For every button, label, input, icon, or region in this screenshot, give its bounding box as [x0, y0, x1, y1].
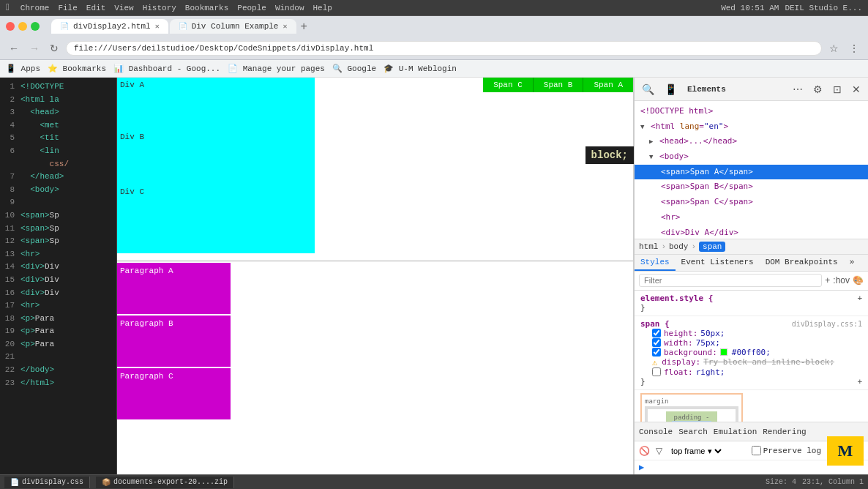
chrome-titlebar: 📄 divDisplay2.html ✕ 📄 Div Column Exampl… [0, 16, 868, 37]
styles-panel: element.style { + } span { divDisplay.cs… [635, 291, 868, 422]
google-bookmark[interactable]: 🔍 Google [332, 64, 376, 73]
menu-edit[interactable]: Edit [86, 4, 105, 12]
preserve-log-checkbox[interactable] [752, 446, 761, 455]
styles-subtab[interactable]: Styles [635, 255, 676, 271]
background-value[interactable]: #00ff00; [732, 348, 771, 357]
hr-line-1[interactable]: <hr> [635, 210, 868, 225]
span-b-line[interactable]: <span>Span B</span> [635, 179, 868, 195]
file-tab-zip[interactable]: 📦 documents-export-20....zip [96, 477, 234, 488]
code-line-14: 14 <div>Div [0, 261, 116, 274]
filter-console-button[interactable]: ▽ [656, 446, 662, 456]
close-devtools-button[interactable]: ✕ [849, 82, 864, 97]
settings-button[interactable]: ⚙ [810, 82, 826, 97]
more-tools-button[interactable]: ⋯ [790, 82, 806, 97]
maximize-button[interactable] [31, 22, 40, 31]
color-swatch[interactable] [720, 348, 727, 356]
html-tag: <html lang="en"> [651, 122, 728, 131]
dom-breakpoints-subtab[interactable]: DOM Breakpoints [760, 255, 844, 271]
add-prop-button[interactable]: + [857, 294, 862, 303]
emulation-bottom-tab[interactable]: Emulation [714, 428, 757, 436]
minimize-button[interactable] [18, 22, 27, 31]
new-tab-button[interactable]: + [301, 19, 307, 34]
tab-close-1[interactable]: ✕ [155, 22, 160, 31]
styles-filter-input[interactable] [639, 274, 822, 287]
span-style-header: span { divDisplay.css:1 [640, 319, 862, 329]
para-a-label: Paragraph A [120, 266, 173, 275]
forward-button[interactable]: → [26, 41, 42, 56]
menu-chrome[interactable]: Chrome [20, 4, 50, 12]
tab-divdisplay[interactable]: 📄 divDisplay2.html ✕ [51, 19, 168, 34]
bookmark-button[interactable]: ☆ [826, 41, 842, 56]
span-a-line[interactable]: <span>Span A</span> [635, 165, 868, 180]
manage-pages-bookmark[interactable]: 📄 Manage your pages [228, 64, 325, 73]
tab-label-1: divDisplay2.html [73, 22, 151, 31]
tab-divcolumn[interactable]: 📄 Div Column Example ✕ [170, 19, 296, 34]
span-source[interactable]: divDisplay.css:1 [792, 320, 862, 328]
code-line-3: 3 <head> [0, 106, 116, 119]
um-weblogin-bookmark[interactable]: 🎓 U-M Weblogin [384, 64, 457, 73]
div-a-line[interactable]: <div>Div A</div> [635, 225, 868, 239]
display-value[interactable]: Try block and inline-block; [703, 357, 834, 367]
dock-button[interactable]: ⊡ [830, 82, 845, 97]
float-checkbox[interactable] [652, 367, 661, 376]
menu-file[interactable]: File [58, 4, 77, 12]
apps-bookmark[interactable]: 📱 Apps [6, 64, 40, 73]
refresh-button[interactable]: ↻ [47, 41, 61, 56]
line-number: 11 [0, 223, 20, 236]
tab-close-2[interactable]: ✕ [283, 22, 287, 31]
width-value[interactable]: 75px; [696, 338, 720, 348]
menu-bookmarks[interactable]: Bookmarks [185, 4, 228, 12]
line-number: 15 [0, 274, 20, 287]
breadcrumb-body[interactable]: body [669, 242, 688, 251]
menu-people[interactable]: People [237, 4, 266, 12]
height-checkbox[interactable] [652, 329, 661, 337]
close-button[interactable] [6, 22, 15, 31]
span-selector: span { [640, 319, 670, 329]
frame-selector[interactable]: top frame ▾ [668, 446, 724, 456]
clear-console-button[interactable]: 🚫 [639, 446, 650, 456]
elements-dom-tree[interactable]: <!DOCTYPE html> ▼ <html lang="en"> ▶ <he… [635, 101, 868, 239]
address-bar[interactable]: file:///Users/deilstudioe/Desktop/CodeSn… [66, 41, 822, 56]
body-line[interactable]: ▼ <body> [635, 149, 868, 165]
float-value[interactable]: right; [696, 367, 725, 377]
para-b-label: Paragraph B [120, 319, 173, 328]
console-bottom-tab[interactable]: Console [639, 428, 673, 436]
code-line-6: 6 <lin [0, 145, 116, 158]
html-line[interactable]: ▼ <html lang="en"> [635, 119, 868, 135]
menu-button[interactable]: ⋮ [846, 41, 862, 56]
menu-history[interactable]: History [143, 4, 176, 12]
add-span-prop-button[interactable]: + [857, 377, 862, 387]
rendering-bottom-tab[interactable]: Rendering [763, 428, 806, 436]
more-subtabs[interactable]: » [844, 255, 861, 271]
code-line-7: 7 </head> [0, 171, 116, 184]
file-tab-css[interactable]: 📄 divDisplay.css [4, 477, 90, 488]
dashboard-bookmark[interactable]: 📊 Dashboard - Goog... [113, 64, 220, 73]
bookmarks-folder[interactable]: ⭐ Bookmarks [48, 64, 106, 73]
doctype-line[interactable]: <!DOCTYPE html> [635, 104, 868, 119]
background-checkbox[interactable] [652, 348, 661, 357]
toggle-element-state-button[interactable]: :hov [833, 275, 850, 285]
breadcrumb-html[interactable]: html [639, 242, 658, 251]
um-logo-letter: M [838, 441, 853, 460]
code-line-11: 11 <span>Sp [0, 223, 116, 236]
span-c: Span C [483, 78, 534, 92]
color-format-button[interactable]: 🎨 [853, 275, 864, 285]
menu-view[interactable]: View [114, 4, 133, 12]
back-button[interactable]: ← [6, 41, 22, 56]
head-line[interactable]: ▶ <head>...</head> [635, 134, 868, 149]
device-toggle-button[interactable]: 📱 [662, 82, 680, 97]
new-style-rule-button[interactable]: + [825, 275, 830, 285]
span-c-line[interactable]: <span>Span C</span> [635, 195, 868, 210]
width-checkbox[interactable] [652, 338, 661, 347]
search-bottom-tab[interactable]: Search [678, 428, 708, 436]
search-elements-button[interactable]: 🔍 [639, 82, 657, 97]
head-triangle: ▶ [649, 138, 653, 145]
menu-help[interactable]: Help [313, 4, 332, 12]
elements-tab-label[interactable]: Elements [687, 85, 726, 94]
height-value[interactable]: 50px; [700, 329, 725, 338]
event-listeners-subtab[interactable]: Event Listeners [676, 255, 760, 271]
devtools-tabs-row: Elements [684, 85, 785, 94]
breadcrumb-span[interactable]: span [699, 242, 725, 252]
line-content: <lin [20, 145, 59, 158]
menu-window[interactable]: Window [275, 4, 304, 12]
